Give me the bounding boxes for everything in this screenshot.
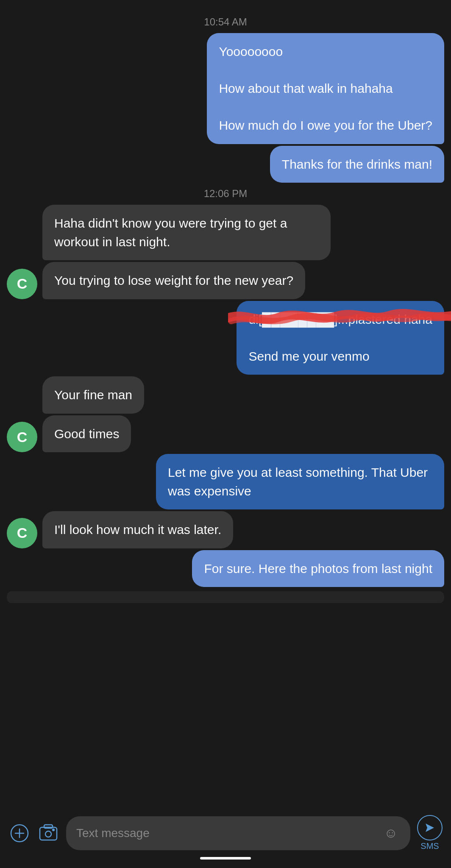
timestamp-1: 10:54 AM: [7, 16, 444, 28]
avatar-c-2: C: [7, 422, 37, 452]
bubble-4: You trying to lose weight for the new ye…: [42, 262, 305, 299]
bubble-3-text: Haha didn't know you were trying to get …: [54, 216, 287, 249]
bubble-1-text: YooooooooHow about that walk in hahahaHo…: [219, 45, 432, 132]
message-row-8: Let me give you at least something. That…: [7, 454, 444, 509]
bubble-1: YooooooooHow about that walk in hahahaHo…: [207, 33, 444, 144]
photo-strip-hint: [7, 591, 444, 603]
bubble-9: I'll look how much it was later.: [42, 511, 233, 548]
add-attachment-button[interactable]: [8, 822, 31, 844]
svg-point-6: [53, 829, 54, 831]
bubble-3: Haha didn't know you were trying to get …: [42, 205, 331, 260]
camera-icon: [38, 823, 58, 843]
message-row-2: Thanks for the drinks man!: [7, 146, 444, 183]
bubble-2-text: Thanks for the drinks man!: [282, 157, 432, 171]
message-row-9: C I'll look how much it was later.: [7, 511, 444, 548]
bubble-7: Good times: [42, 415, 131, 453]
message-row-10: For sure. Here the photos from last nigh…: [7, 550, 444, 587]
bubble-2: Thanks for the drinks man!: [270, 146, 444, 183]
svg-rect-4: [44, 825, 53, 828]
bubble-5-line1: di[████████]...plastered haha: [248, 310, 432, 329]
message-row-3: Haha didn't know you were trying to get …: [7, 205, 444, 260]
home-indicator: [200, 857, 251, 860]
send-sms-button[interactable]: SMS: [417, 815, 443, 851]
bubble-10: For sure. Here the photos from last nigh…: [192, 550, 444, 587]
bubble-6-text: Your fine man: [54, 388, 132, 402]
text-message-input-bar[interactable]: Text message ☺: [66, 816, 410, 850]
input-placeholder: Text message: [76, 826, 150, 840]
avatar-c-3: C: [7, 518, 37, 548]
timestamp-2: 12:06 PM: [7, 188, 444, 200]
sms-label: SMS: [420, 841, 439, 851]
message-row-1: YooooooooHow about that walk in hahahaHo…: [7, 33, 444, 144]
message-row-7: C Good times: [7, 415, 444, 453]
plus-circle-icon: [9, 823, 30, 843]
message-row-5: di[████████]...plastered haha Send me yo…: [7, 301, 444, 375]
bubble-8-text: Let me give you at least something. That…: [168, 465, 428, 498]
message-row-6: Your fine man: [7, 376, 444, 414]
svg-marker-7: [426, 823, 434, 832]
message-row-4: C You trying to lose weight for the new …: [7, 262, 444, 299]
chat-container: 10:54 AM YooooooooHow about that walk in…: [0, 0, 451, 868]
bubble-8: Let me give you at least something. That…: [156, 454, 444, 509]
bubble-5: di[████████]...plastered haha Send me yo…: [237, 301, 444, 375]
bubble-7-text: Good times: [54, 427, 119, 441]
messages-top-area: 10:54 AM YooooooooHow about that walk in…: [7, 7, 444, 603]
bubble-10-text: For sure. Here the photos from last nigh…: [204, 562, 432, 576]
send-sms-circle: [417, 815, 443, 840]
emoji-button[interactable]: ☺: [381, 824, 400, 843]
avatar-c-1: C: [7, 269, 37, 299]
send-arrow-icon: [424, 822, 436, 834]
bubble-4-text: You trying to lose weight for the new ye…: [54, 273, 293, 287]
avatar-c-1-label: C: [17, 275, 28, 292]
home-indicator-container: [0, 857, 451, 864]
avatar-c-3-label: C: [17, 525, 28, 541]
photo-button[interactable]: [37, 822, 59, 844]
avatar-c-2-label: C: [17, 429, 28, 445]
svg-point-5: [45, 831, 51, 837]
bubble-5-line2: Send me your venmo: [248, 347, 432, 366]
bubble-9-text: I'll look how much it was later.: [54, 523, 221, 537]
bubble-6: Your fine man: [42, 376, 144, 414]
